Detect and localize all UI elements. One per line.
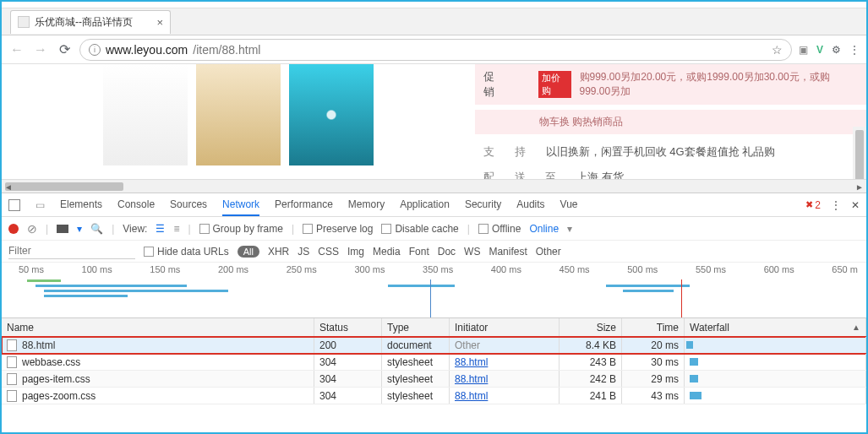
favicon-icon [18,16,30,28]
promo-row: 促 销 加价购 购999.00另加20.00元，或购1999.00另加30.00… [475,64,866,105]
product-info: 促 销 加价购 购999.00另加20.00元，或购1999.00另加30.00… [475,64,866,179]
vertical-scrollbar[interactable] [853,127,866,179]
promo-text: 购999.00另加20.00元，或购1999.00另加30.00元，或购999.… [580,70,858,99]
product-image[interactable] [289,64,374,165]
initiator-link[interactable]: 88.html [455,356,488,368]
device-toggle-icon[interactable]: ▭ [35,199,45,211]
extension-gear-icon[interactable]: ⚙ [832,44,841,56]
filter-input[interactable] [8,244,135,259]
search-icon[interactable]: 🔍 [90,223,103,235]
network-row[interactable]: webbase.css304stylesheet88.html243 B30 m… [2,354,866,371]
support-text: 以旧换新，闲置手机回收 4G套餐超值抢 礼品购 [546,144,776,160]
view-label: View: [123,223,147,235]
network-row[interactable]: 88.html200documentOther8.4 KB20 ms [2,337,866,354]
preserve-log-checkbox[interactable]: Preserve log [303,223,373,235]
devtools-menu-icon[interactable]: ⋮ [831,199,841,211]
file-icon [7,373,17,385]
support-label: 支 持 [483,144,534,160]
product-image[interactable] [103,64,188,165]
col-type[interactable]: Type [382,318,450,336]
filter-type-img[interactable]: Img [347,246,364,258]
extension-shield-icon[interactable]: ▣ [799,44,808,56]
filter-toggle-icon[interactable]: ▾ [77,223,82,235]
col-initiator[interactable]: Initiator [450,318,560,336]
devtools: ▭ ElementsConsoleSourcesNetworkPerforman… [2,193,866,404]
devtools-tab-performance[interactable]: Performance [275,198,333,211]
inspect-icon[interactable] [8,199,20,211]
browser-tab[interactable]: 乐优商城--商品详情页 × [10,10,171,34]
file-icon [7,339,17,351]
devtools-tabs: ▭ ElementsConsoleSourcesNetworkPerforman… [2,193,866,217]
error-count[interactable]: 2 [805,199,821,211]
filter-type-media[interactable]: Media [373,246,401,258]
browser-toolbar: ← → ⟳ i www.leyou.com/item/88.html ☆ ▣ V… [2,35,866,64]
file-icon [7,390,17,402]
col-size[interactable]: Size [560,318,622,336]
devtools-tab-vue[interactable]: Vue [560,198,578,211]
devtools-tab-elements[interactable]: Elements [60,198,102,211]
browser-menu-icon[interactable]: ⋮ [849,44,860,56]
reload-icon[interactable]: ⟳ [56,41,73,57]
devtools-close-icon[interactable]: ✕ [851,199,860,211]
devtools-tab-security[interactable]: Security [465,198,501,211]
network-row[interactable]: pages-zoom.css304stylesheet88.html241 B4… [2,388,866,404]
page-content: 促 销 加价购 购999.00另加20.00元，或购1999.00另加30.00… [2,64,866,179]
col-waterfall[interactable]: Waterfall▲ [685,318,866,336]
filter-type-font[interactable]: Font [409,246,429,258]
devtools-tab-sources[interactable]: Sources [170,198,207,211]
devtools-tab-application[interactable]: Application [400,198,450,211]
record-icon[interactable] [8,224,19,234]
promo-tag: 加价购 [538,71,570,98]
promo-text-2: 物车换 购热销商品 [539,115,623,129]
view-large-icon[interactable]: ☰ [156,223,165,235]
extension-icons: ▣ V ⚙ ⋮ [799,44,860,56]
site-info-icon[interactable]: i [89,44,101,56]
devtools-tab-memory[interactable]: Memory [348,198,385,211]
back-icon[interactable]: ← [8,42,25,57]
filter-type-css[interactable]: CSS [318,246,339,258]
col-name[interactable]: Name [2,318,314,336]
network-table-header: Name Status Type Initiator Size Time Wat… [2,318,866,337]
filter-type-js[interactable]: JS [298,246,309,258]
filter-type-xhr[interactable]: XHR [268,246,289,258]
support-row: 支 持 以旧换新，闲置手机回收 4G套餐超值抢 礼品购 [475,139,866,165]
offline-checkbox[interactable]: Offline [478,223,521,235]
hide-data-urls-checkbox[interactable]: Hide data URLs [144,246,229,258]
devtools-tab-audits[interactable]: Audits [516,198,544,211]
initiator-link[interactable]: 88.html [455,390,488,402]
extension-vue-icon[interactable]: V [816,44,823,56]
bookmark-icon[interactable]: ☆ [772,43,783,57]
browser-tabbar: 乐优商城--商品详情页 × [2,8,866,35]
window-top [2,2,866,8]
filter-type-manifest[interactable]: Manifest [489,246,527,258]
view-small-icon[interactable]: ≡ [173,223,179,235]
url-path: /item/88.html [193,43,260,57]
dropdown-icon[interactable]: ▾ [567,223,572,235]
col-time[interactable]: Time [622,318,685,336]
url-host: www.leyou.com [106,43,188,57]
network-timeline[interactable]: 50 ms100 ms150 ms200 ms250 ms300 ms350 m… [2,263,866,318]
disable-cache-checkbox[interactable]: Disable cache [381,223,458,235]
screenshot-icon[interactable] [57,225,68,233]
address-bar[interactable]: i www.leyou.com/item/88.html ☆ [79,39,792,61]
file-icon [7,356,17,368]
horizontal-scrollbar[interactable]: ◄► [2,179,866,193]
devtools-tab-network[interactable]: Network [222,198,259,216]
forward-icon[interactable]: → [32,42,49,57]
filter-type-other[interactable]: Other [536,246,561,258]
initiator-link[interactable]: 88.html [455,373,488,385]
clear-icon[interactable]: ⊘ [27,222,37,236]
network-row[interactable]: pages-item.css304stylesheet88.html242 B2… [2,371,866,388]
close-icon[interactable]: × [156,16,163,29]
throttling-select[interactable]: Online [529,223,559,235]
filter-type-doc[interactable]: Doc [438,246,456,258]
promo-row-2: 物车换 购热销商品 [475,110,866,134]
network-toolbar: ⊘ | ▾ 🔍 | View: ☰ ≡ | Group by frame | P… [2,217,866,241]
col-status[interactable]: Status [314,318,382,336]
filter-type-ws[interactable]: WS [464,246,480,258]
devtools-tab-console[interactable]: Console [117,198,155,211]
product-images [103,64,374,179]
filter-all[interactable]: All [237,246,259,258]
product-image[interactable] [196,64,281,165]
group-by-frame-checkbox[interactable]: Group by frame [199,223,283,235]
